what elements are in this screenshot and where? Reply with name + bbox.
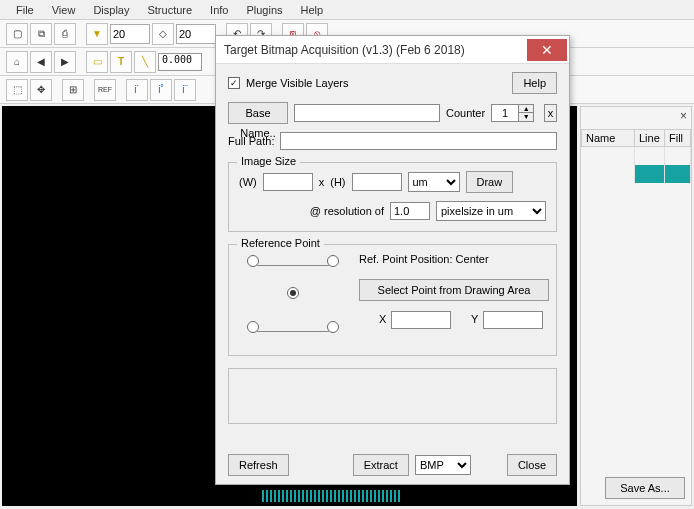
x-coord-input[interactable] xyxy=(391,311,451,329)
menu-file[interactable]: File xyxy=(8,2,42,18)
extract-button[interactable]: Extract xyxy=(353,454,409,476)
counter-label: Counter xyxy=(446,107,485,119)
preview-group xyxy=(228,368,557,424)
merge-label: Merge Visible Layers xyxy=(246,77,349,89)
x-button[interactable]: x xyxy=(544,104,557,122)
height-input[interactable] xyxy=(352,173,402,191)
nav-left-icon[interactable]: ◀ xyxy=(30,51,52,73)
help-button[interactable]: Help xyxy=(512,72,557,94)
copy-icon[interactable]: ⧉ xyxy=(30,23,52,45)
info3-icon[interactable]: i¨ xyxy=(174,79,196,101)
filter-icon[interactable]: ▼ xyxy=(86,23,108,45)
col-line[interactable]: Line xyxy=(635,130,665,147)
ref-icon[interactable]: REF xyxy=(94,79,116,101)
menu-plugins[interactable]: Plugins xyxy=(238,2,290,18)
panel-close-icon[interactable]: × xyxy=(680,109,687,123)
y-coord-label: Y xyxy=(471,313,478,325)
spin-up-icon[interactable]: ▲ xyxy=(519,105,533,113)
width-input[interactable] xyxy=(263,173,313,191)
table-row[interactable] xyxy=(582,165,691,183)
refpt-radio-center[interactable] xyxy=(287,287,299,299)
resolution-input[interactable] xyxy=(390,202,430,220)
base-name-button[interactable]: Base Name.. xyxy=(228,102,288,124)
dialog-close-button[interactable]: ✕ xyxy=(527,39,567,61)
w-label: (W) xyxy=(239,176,257,188)
base-name-input[interactable] xyxy=(294,104,440,122)
wafer-strip xyxy=(262,490,402,502)
menu-info[interactable]: Info xyxy=(202,2,236,18)
spin-down-icon[interactable]: ▼ xyxy=(519,113,533,121)
counter-value[interactable] xyxy=(491,104,519,122)
full-path-label: Full Path: xyxy=(228,135,274,147)
home-icon[interactable]: ⌂ xyxy=(6,51,28,73)
move-icon[interactable]: ✥ xyxy=(30,79,52,101)
draw-button[interactable]: Draw xyxy=(466,171,514,193)
pixelsize-select[interactable]: pixelsize in um xyxy=(436,201,546,221)
counter-spinner[interactable]: ▲▼ xyxy=(491,104,534,122)
refpt-legend: Reference Point xyxy=(237,237,324,249)
table-row[interactable] xyxy=(582,147,691,165)
x-coord-label: X xyxy=(379,313,386,325)
line-icon[interactable]: ╲ xyxy=(134,51,156,73)
select-point-button[interactable]: Select Point from Drawing Area xyxy=(359,279,549,301)
link-icon[interactable]: ◇ xyxy=(152,23,174,45)
menu-help[interactable]: Help xyxy=(293,2,332,18)
save-as-button[interactable]: Save As... xyxy=(605,477,685,499)
unit-select[interactable]: um xyxy=(408,172,460,192)
info2-icon[interactable]: i˚ xyxy=(150,79,172,101)
rect-icon[interactable]: ▭ xyxy=(86,51,108,73)
menubar: File View Display Structure Info Plugins… xyxy=(0,0,694,20)
new-icon[interactable]: ▢ xyxy=(6,23,28,45)
text-icon[interactable]: T xyxy=(110,51,132,73)
combo-1[interactable] xyxy=(110,24,150,44)
nav-right-icon[interactable]: ▶ xyxy=(54,51,76,73)
value-display: 0.000 xyxy=(158,53,202,71)
menu-display[interactable]: Display xyxy=(85,2,137,18)
menu-view[interactable]: View xyxy=(44,2,84,18)
y-coord-input[interactable] xyxy=(483,311,543,329)
combo-2[interactable] xyxy=(176,24,216,44)
close-button[interactable]: Close xyxy=(507,454,557,476)
reference-point-group: Reference Point Ref. Point Position: Cen… xyxy=(228,244,557,356)
layer-panel: × Name Line Fill Save As... xyxy=(580,106,692,506)
dialog-title: Target Bitmap Acquisition (v1.3) (Feb 6 … xyxy=(224,43,527,57)
refpt-position-label: Ref. Point Position: Center xyxy=(359,253,489,265)
resolution-label: @ resolution of xyxy=(310,205,384,217)
image-size-legend: Image Size xyxy=(237,155,300,167)
info1-icon[interactable]: i˙ xyxy=(126,79,148,101)
col-fill[interactable]: Fill xyxy=(665,130,691,147)
target-bitmap-dialog: Target Bitmap Acquisition (v1.3) (Feb 6 … xyxy=(215,35,570,485)
format-select[interactable]: BMP xyxy=(415,455,471,475)
col-name[interactable]: Name xyxy=(582,130,635,147)
full-path-input[interactable] xyxy=(280,132,557,150)
refresh-button[interactable]: Refresh xyxy=(228,454,289,476)
print-icon[interactable]: ⎙ xyxy=(54,23,76,45)
x-label: x xyxy=(319,176,325,188)
layer-table: Name Line Fill xyxy=(581,129,691,183)
grid-icon[interactable]: ⊞ xyxy=(62,79,84,101)
select-icon[interactable]: ⬚ xyxy=(6,79,28,101)
h-label: (H) xyxy=(330,176,345,188)
image-size-group: Image Size (W) x (H) um Draw @ resolutio… xyxy=(228,162,557,232)
menu-structure[interactable]: Structure xyxy=(139,2,200,18)
dialog-titlebar[interactable]: Target Bitmap Acquisition (v1.3) (Feb 6 … xyxy=(216,36,569,64)
merge-checkbox[interactable]: ✓ xyxy=(228,77,240,89)
